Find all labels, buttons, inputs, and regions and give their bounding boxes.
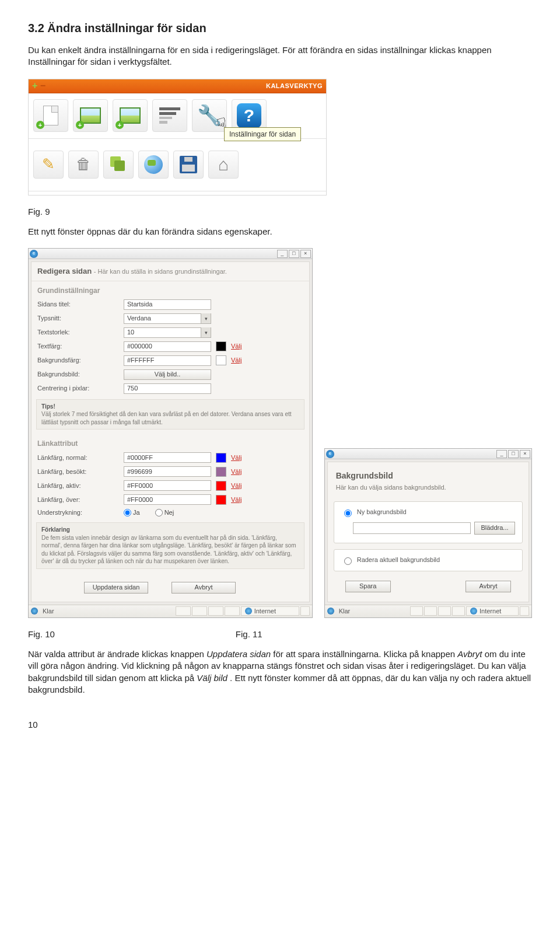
- layout-button[interactable]: [152, 99, 187, 132]
- swatch-link-visited: [216, 467, 226, 477]
- radio-delete-bgimage[interactable]: Radera aktuell bakgrundsbild: [341, 556, 515, 565]
- row-title: Sidans titel: Startsida: [32, 298, 309, 312]
- input-bgcolor[interactable]: #FFFFFF: [124, 355, 211, 366]
- final-text-1: När valda attribut är ändrade klickas kn…: [28, 649, 206, 659]
- resize-grip[interactable]: [300, 606, 310, 616]
- save-bgimage-button[interactable]: Spara: [345, 581, 391, 592]
- swatch-link-over: [216, 495, 226, 505]
- fig10-label: Fig. 10: [28, 629, 55, 640]
- save-button[interactable]: [173, 151, 204, 179]
- pencil-icon: ✎: [42, 154, 55, 174]
- link-choose-textcolor[interactable]: Välj: [231, 342, 242, 351]
- final-em-2: Avbryt: [457, 649, 482, 659]
- dlg2-titlebar: e _ □ ×: [325, 449, 531, 459]
- input-title[interactable]: Startsida: [124, 299, 211, 310]
- new-page-button[interactable]: +: [33, 99, 68, 132]
- radio-delete-input[interactable]: [344, 557, 352, 565]
- status-zone: Internet: [241, 606, 299, 616]
- globe-icon: [144, 155, 163, 174]
- radio-underline-no[interactable]: Nej: [155, 508, 174, 517]
- dlg1-statusbar: Klar Internet: [29, 605, 312, 617]
- close-button[interactable]: ×: [300, 250, 311, 258]
- lbl-size: Textstorlek:: [37, 328, 119, 337]
- select-size[interactable]: 10: [124, 327, 211, 338]
- input-link-normal[interactable]: #0000FF: [124, 452, 211, 463]
- radio-new-bgimage[interactable]: Ny bakgrundsbild: [341, 508, 515, 517]
- status-zone-label: Internet: [254, 607, 276, 616]
- select-size-value: 10: [127, 328, 134, 337]
- maximize-button[interactable]: □: [289, 250, 299, 258]
- swatch-textcolor: [216, 341, 226, 351]
- lbl-underline: Understrykning:: [37, 508, 119, 517]
- input-textcolor[interactable]: #000000: [124, 341, 211, 352]
- radio-delete-label: Radera aktuell bakgrundsbild: [357, 556, 440, 564]
- final-em-3: Välj bild: [197, 673, 228, 683]
- publish-button[interactable]: [138, 151, 169, 179]
- input-link-active[interactable]: #FF0000: [124, 480, 211, 491]
- globe-status-icon: [470, 608, 477, 615]
- question-icon: ?: [237, 103, 261, 128]
- figure-dialogs: e _ □ × Redigera sidan - Här kan du stäl…: [28, 248, 532, 618]
- radio-yes-label: Ja: [133, 508, 140, 517]
- edit-button[interactable]: ✎: [33, 151, 64, 179]
- radio-underline-yes[interactable]: Ja: [124, 508, 140, 517]
- lbl-centering: Centrering i pixlar:: [37, 384, 119, 393]
- final-em-1: Uppdatera sidan: [206, 649, 271, 659]
- swatch-link-normal: [216, 453, 226, 463]
- page-settings-button[interactable]: 🔧: [192, 99, 227, 132]
- dlg2-subtitle: Här kan du välja sidans bakgrundsbild.: [336, 483, 520, 492]
- input-centering[interactable]: 750: [124, 383, 211, 394]
- close-button[interactable]: ×: [520, 450, 530, 458]
- row-bgimage: Bakgrundsbild: Välj bild..: [32, 368, 309, 382]
- row-link-visited: Länkfärg, besökt: #996699 Välj: [32, 465, 309, 479]
- input-link-visited[interactable]: #996699: [124, 466, 211, 477]
- intro-paragraph: Du kan enkelt ändra inställningarna för …: [28, 44, 532, 68]
- maximize-button[interactable]: □: [508, 450, 519, 458]
- minimize-button[interactable]: _: [496, 450, 507, 458]
- input-link-over[interactable]: #FF0000: [124, 494, 211, 505]
- row-bgcolor: Bakgrundsfärg: #FFFFFF Välj: [32, 354, 309, 368]
- status-left: Klar: [335, 607, 354, 616]
- status-cell: [424, 606, 437, 616]
- status-cell: [192, 606, 207, 616]
- status-zone-label: Internet: [480, 607, 501, 616]
- tips-text: Välj storlek 7 med försiktighet då den k…: [41, 411, 292, 425]
- disk-icon: [180, 156, 197, 173]
- file-path-input[interactable]: [353, 522, 471, 534]
- dlg1-button-row: Uppdatera sidan Avbryt: [32, 574, 309, 602]
- add-image-button-1[interactable]: +: [73, 99, 108, 132]
- home-button[interactable]: ⌂: [208, 151, 239, 179]
- swatch-link-active: [216, 481, 226, 491]
- browse-button[interactable]: Bläddra...: [474, 522, 515, 535]
- link-choose-active[interactable]: Välj: [231, 481, 242, 490]
- copy-button[interactable]: [103, 151, 134, 179]
- link-choose-over[interactable]: Välj: [231, 495, 242, 504]
- link-choose-bgcolor[interactable]: Välj: [231, 356, 242, 365]
- update-page-button[interactable]: Uppdatera sidan: [84, 582, 148, 594]
- toolbar-titlebar: + − KALASVERKTYG: [29, 79, 326, 93]
- radio-no-input[interactable]: [155, 509, 163, 516]
- radio-new-input[interactable]: [344, 509, 352, 517]
- radio-no-label: Nej: [164, 508, 174, 517]
- page-number: 10: [28, 719, 532, 731]
- link-choose-normal[interactable]: Välj: [231, 453, 242, 462]
- button-choose-bgimage[interactable]: Välj bild..: [124, 369, 211, 380]
- minimize-button[interactable]: _: [277, 250, 288, 258]
- resize-grip[interactable]: [520, 606, 529, 616]
- cancel-button[interactable]: Avbryt: [172, 582, 236, 594]
- fig9-label: Fig. 9: [28, 206, 532, 218]
- status-cell: [225, 606, 240, 616]
- status-cell: [410, 606, 423, 616]
- collapse-icon[interactable]: −: [40, 79, 46, 92]
- wrench-icon: 🔧: [197, 102, 222, 129]
- expand-icon[interactable]: +: [32, 79, 38, 92]
- ie-status-icon: [31, 608, 38, 615]
- cancel-bgimage-button[interactable]: Avbryt: [466, 581, 511, 592]
- select-font[interactable]: Verdana: [124, 313, 211, 324]
- fig-labels-row: Fig. 10 Fig. 11: [28, 629, 532, 640]
- link-choose-visited[interactable]: Välj: [231, 467, 242, 476]
- radio-yes-input[interactable]: [124, 509, 131, 516]
- add-image-button-2[interactable]: +: [113, 99, 148, 132]
- select-font-value: Verdana: [127, 314, 151, 323]
- delete-button[interactable]: 🗑: [68, 151, 99, 179]
